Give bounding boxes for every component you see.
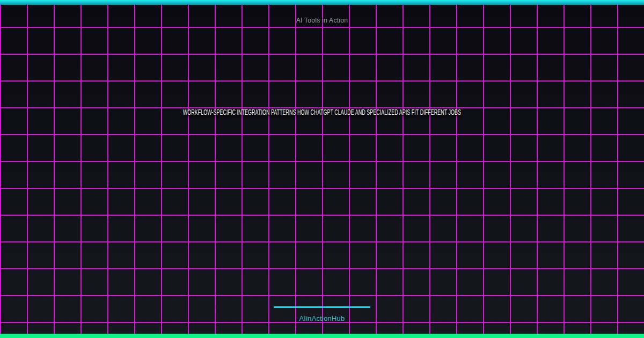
top-accent-bar <box>0 0 644 5</box>
brand-label: AIinActionHub <box>0 314 644 322</box>
page-title-text: WORKFLOW-SPECIFIC INTEGRATION PATTERNS H… <box>183 107 461 116</box>
grid-background <box>0 0 644 338</box>
brand-underline <box>274 306 370 308</box>
page-title: WORKFLOW-SPECIFIC INTEGRATION PATTERNS H… <box>0 107 644 117</box>
bottom-accent-bar <box>0 334 644 338</box>
eyebrow-label: AI Tools in Action <box>0 17 644 24</box>
og-card: AI Tools in Action WORKFLOW-SPECIFIC INT… <box>0 0 644 338</box>
